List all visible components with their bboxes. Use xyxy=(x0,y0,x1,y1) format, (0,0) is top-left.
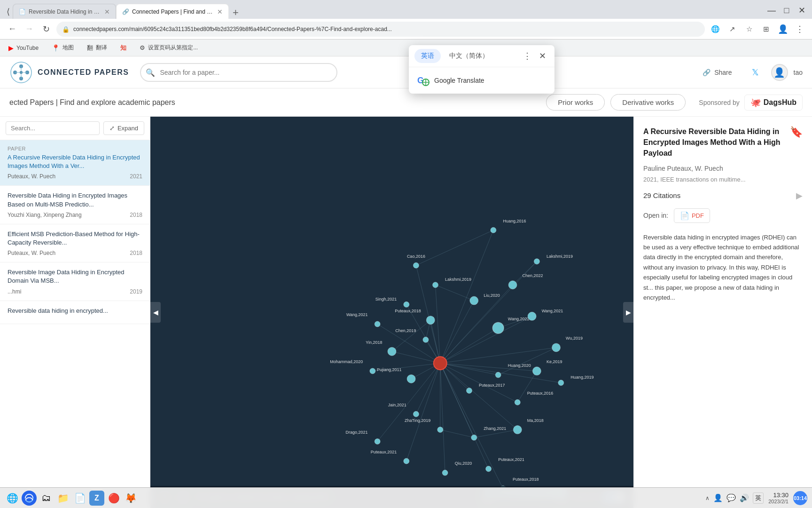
taskbar-icon-browser[interactable]: 🌐 xyxy=(5,491,20,506)
svg-text:Puteaux,2016: Puteaux,2016 xyxy=(527,391,554,396)
bookmark-settings[interactable]: ⚙ 设置页码从第指定... xyxy=(137,42,201,54)
zhi-favicon: 知 xyxy=(120,44,126,52)
svg-point-94 xyxy=(413,411,419,417)
svg-text:Chen,2022: Chen,2022 xyxy=(523,273,543,278)
tab2-close[interactable]: ✕ xyxy=(217,8,223,16)
taskbar: 🌐 🗂 📁 📄 Z 🔴 🦊 ∧ 👤 💬 🔊 英 13:30 2023/2/1 xyxy=(0,487,812,508)
systray-volume-icon[interactable]: 🔊 xyxy=(740,493,749,502)
right-panel: A Recursive Reversible Data Hiding in En… xyxy=(633,117,812,508)
translate-popup: 英语 中文（简体） ⋮ ✕ G Google Translate xyxy=(409,45,554,94)
new-tab-button[interactable]: + xyxy=(229,8,242,18)
taskbar-icon-word[interactable]: 📄 xyxy=(72,491,87,506)
bookmark-btn[interactable]: ☆ xyxy=(742,23,756,36)
svg-text:Chen,2019: Chen,2019 xyxy=(395,328,416,333)
svg-point-80 xyxy=(370,368,375,374)
paper-list: paper A Recursive Reversible Data Hiding… xyxy=(0,140,150,508)
notification-center-button[interactable]: 03:14 xyxy=(793,491,807,505)
refresh-button[interactable]: ↻ xyxy=(39,23,53,36)
svg-text:Huang,2016: Huang,2016 xyxy=(503,219,526,223)
tab-active[interactable]: 🔗 Connected Papers | Find and e... ✕ xyxy=(116,4,229,19)
close-button[interactable]: ✕ xyxy=(795,4,808,17)
svg-text:Ma,2018: Ma,2018 xyxy=(527,418,544,423)
paper-item[interactable]: Reversible Image Data Hiding in Encrypte… xyxy=(0,262,150,301)
paper-item[interactable]: Efficient MSB Prediction-Based Method fo… xyxy=(0,224,150,262)
graph-right-toggle[interactable]: ▶ xyxy=(623,302,633,323)
svg-point-92 xyxy=(515,399,520,405)
back-button[interactable]: ← xyxy=(6,23,19,36)
pdf-button[interactable]: 📄 PDF xyxy=(674,208,710,223)
cp-logo[interactable]: CONNECTED PAPERS xyxy=(9,61,129,84)
taskbar-icon-app2[interactable]: 🔴 xyxy=(106,491,121,506)
subtitle-actions: Prior works Derivative works Sponsored b… xyxy=(546,94,803,111)
settings-favicon: ⚙ xyxy=(140,44,145,51)
translate-tab-chinese[interactable]: 中文（简体） xyxy=(443,49,495,63)
tab-overflow-btn[interactable]: ⟨ xyxy=(4,7,13,17)
profile-btn[interactable]: 👤 xyxy=(776,23,789,36)
expand-button[interactable]: ⤢ Expand xyxy=(103,121,144,135)
bookmark-icon[interactable]: 🔖 xyxy=(790,126,803,138)
bookmarks-bar: ▶ YouTube 📍 地图 翻 翻译 知 ⚙ 设置页码从第指定... xyxy=(0,40,812,56)
browser-chrome: ⟨ 📄 Reversible Data Hiding in Enc... ✕ 🔗… xyxy=(0,0,812,56)
paper-item-title: A Recursive Reversible Data Hiding in En… xyxy=(8,153,142,170)
svg-point-71 xyxy=(423,337,429,342)
systray-lang-indicator[interactable]: 英 xyxy=(753,492,764,504)
paper-item[interactable]: Reversible data hiding in encrypted... xyxy=(0,301,150,324)
bookmark-translate[interactable]: 翻 翻译 xyxy=(84,42,110,54)
citations-count: 29 Citations xyxy=(643,191,680,199)
prior-works-button[interactable]: Prior works xyxy=(546,94,605,111)
bookmark-maps[interactable]: 📍 地图 xyxy=(49,42,77,54)
bookmark-zhi[interactable]: 知 xyxy=(117,42,129,54)
translate-icon-btn[interactable]: 🌐 xyxy=(709,23,722,36)
svg-text:Puteaux,2021: Puteaux,2021 xyxy=(371,450,397,454)
paper-item-title: Efficient MSB Prediction-Based Method fo… xyxy=(8,230,142,247)
address-bar: ← → ↻ 🔒 🌐 ↗ ☆ ⊞ 👤 ⋮ xyxy=(0,19,812,40)
maximize-button[interactable]: □ xyxy=(780,4,793,17)
search-input[interactable] xyxy=(140,63,337,82)
url-input[interactable] xyxy=(56,22,705,37)
svg-text:Singh,2021: Singh,2021 xyxy=(375,297,397,302)
taskbar-icon-edge[interactable] xyxy=(22,491,37,506)
paper-item-year: 2018 xyxy=(130,212,142,218)
dagshub-logo[interactable]: 🐙 DagsHub xyxy=(744,95,803,111)
svg-text:Mohammad,2020: Mohammad,2020 xyxy=(330,359,363,364)
search-icon: 🔍 xyxy=(146,68,155,77)
tab-inactive[interactable]: 📄 Reversible Data Hiding in Enc... ✕ xyxy=(13,4,116,19)
extension-btn[interactable]: ⊞ xyxy=(759,23,773,36)
taskbar-icon-app1[interactable]: Z xyxy=(89,491,104,506)
systray-user-icon[interactable]: 👤 xyxy=(713,493,723,502)
translate-tab-english[interactable]: 英语 xyxy=(414,49,441,63)
cp-search-wrapper: 🔍 xyxy=(140,63,337,82)
share-icon: 🔗 xyxy=(703,69,710,76)
menu-btn[interactable]: ⋮ xyxy=(793,23,806,36)
svg-text:Ke,2019: Ke,2019 xyxy=(547,359,562,364)
tab1-close[interactable]: ✕ xyxy=(104,8,110,16)
translate-close-button[interactable]: ✕ xyxy=(536,49,549,63)
expand-icon: ⤢ xyxy=(109,125,115,132)
systray-chat-icon[interactable]: 💬 xyxy=(726,493,736,502)
svg-point-63 xyxy=(492,322,504,333)
translate-more-options[interactable]: ⋮ xyxy=(521,49,534,63)
taskbar-icon-app3[interactable]: 🦊 xyxy=(123,491,138,506)
paper-item[interactable]: Reversible Data Hiding in Encrypted Imag… xyxy=(0,186,150,224)
svg-point-104 xyxy=(404,458,409,464)
systray-chevron[interactable]: ∧ xyxy=(705,495,710,501)
graph-left-toggle[interactable]: ◀ xyxy=(150,302,161,323)
forward-button[interactable]: → xyxy=(23,23,36,36)
svg-point-73 xyxy=(404,302,409,307)
minimize-button[interactable]: — xyxy=(765,4,778,17)
bookmark-youtube[interactable]: ▶ YouTube xyxy=(6,42,41,54)
share-button[interactable]: 🔗 Share xyxy=(695,65,739,80)
taskbar-icon-folder[interactable]: 🗂 xyxy=(39,491,54,506)
svg-point-106 xyxy=(442,470,448,476)
taskbar-icon-file[interactable]: 📁 xyxy=(55,491,70,506)
audio-play-icon[interactable]: ▶ xyxy=(796,190,803,201)
cp-logo-text: CONNECTED PAPERS xyxy=(38,68,129,77)
paper-item[interactable]: paper A Recursive Reversible Data Hiding… xyxy=(0,140,150,186)
twitter-button[interactable]: 𝕏 xyxy=(745,64,765,81)
sidebar-search-input[interactable] xyxy=(6,121,100,135)
derivative-works-button[interactable]: Derivative works xyxy=(610,94,686,111)
user-avatar[interactable]: 👤 xyxy=(771,64,788,81)
graph-area[interactable]: Cao,2016 Huang,2016 Lakshmi,2019 Liu,202… xyxy=(150,117,633,508)
share-icon-btn[interactable]: ↗ xyxy=(726,23,739,36)
svg-point-98 xyxy=(471,435,477,440)
